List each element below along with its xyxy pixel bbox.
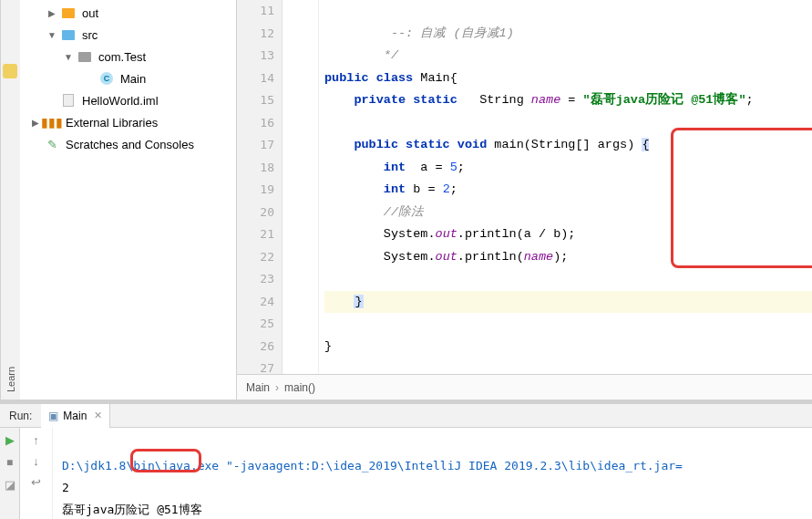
down-icon[interactable]: ↓ [33, 454, 39, 468]
line-number: 18 [237, 157, 274, 180]
tree-label: out [82, 6, 98, 20]
up-icon[interactable]: ↑ [33, 433, 39, 447]
tree-label: com.Test [98, 50, 146, 64]
tree-item-out[interactable]: ▶ out [20, 2, 236, 24]
line-number: 14 [237, 67, 274, 90]
tree-item-src[interactable]: ▼ src [20, 24, 236, 46]
code-text: public class [324, 71, 413, 85]
file-icon [60, 92, 77, 109]
application-icon: ▣ [48, 410, 58, 422]
line-number: 23 [237, 268, 274, 291]
console-output[interactable]: D:\jdk1.8\bin\java.exe "-javaagent:D:\id… [53, 428, 812, 519]
console-line: 磊哥java历险记 @51博客 [62, 503, 202, 516]
code-text: 2 [443, 182, 450, 196]
code-text: System. [384, 250, 436, 264]
line-number: 26 [237, 336, 274, 358]
code-text: String [457, 93, 531, 107]
chevron-right-icon: › [275, 381, 279, 394]
library-icon: ▮▮▮ [44, 114, 60, 130]
code-text: int [384, 161, 406, 174]
code-text: out [436, 250, 457, 264]
line-number: 25 [237, 313, 274, 336]
code-text: main(String[] args) [487, 138, 642, 151]
camera-icon[interactable]: ◪ [5, 478, 15, 492]
cursor: } [354, 295, 363, 308]
code-text: --: 自减 (自身减1) [391, 26, 514, 40]
code-editor[interactable]: --: 自减 (自身减1) */ public class Main{ priv… [319, 0, 812, 374]
package-icon [77, 48, 93, 65]
code-text: public static void [354, 138, 487, 151]
code-text: a = [406, 161, 450, 174]
run-label: Run: [0, 410, 41, 422]
tree-label: HelloWorld.iml [82, 94, 159, 108]
tree-item-iml[interactable]: HelloWorld.iml [20, 89, 236, 111]
rerun-button[interactable]: ▶ [5, 433, 15, 447]
soft-wrap-icon[interactable]: ↩ [31, 475, 41, 489]
code-text: ; [746, 93, 754, 107]
run-toolbar-mid: ↑ ↓ ↩ [20, 428, 53, 519]
learn-icon [3, 64, 17, 78]
code-text: "磊哥java历险记 @51博客" [583, 93, 746, 107]
code-text: ; [457, 161, 465, 174]
stop-button[interactable]: ■ [6, 456, 13, 469]
run-header: Run: ▣ Main ✕ [0, 404, 812, 428]
chevron-down-icon: ▼ [46, 30, 58, 40]
highlight-box [671, 128, 812, 268]
breadcrumbs[interactable]: Main › main() [237, 374, 812, 400]
code-text: name [531, 93, 560, 107]
code-text: .println(a / b); [457, 227, 576, 241]
learn-label: Learn [5, 367, 16, 392]
code-text: } [324, 339, 332, 353]
code-text: = [560, 93, 582, 107]
fold-column[interactable] [303, 0, 319, 374]
code-text: { [642, 138, 649, 151]
code-text: //除法 [384, 205, 424, 219]
line-number: 21 [237, 223, 274, 246]
line-number: 11 [237, 0, 274, 23]
code-text: private static [354, 93, 457, 107]
tree-item-external-libs[interactable]: ▶ ▮▮▮ External Libraries [20, 111, 236, 133]
tree-label: Main [120, 72, 146, 86]
code-text: 5 [450, 161, 457, 174]
editor-panel: 11 12 13▶ 14 15 16▶ 17 18 19 20 21 22 23… [237, 0, 812, 400]
console-line: 2 [62, 481, 69, 494]
gutter[interactable]: 11 12 13▶ 14 15 16▶ 17 18 19 20 21 22 23… [237, 0, 283, 374]
code-text: out [436, 227, 457, 241]
folder-icon [60, 5, 77, 21]
line-number: 24 [237, 291, 274, 314]
run-tab[interactable]: ▣ Main ✕ [41, 404, 110, 428]
tree-item-scratches[interactable]: ✎ Scratches and Consoles [20, 133, 236, 155]
code-text: ; [450, 182, 457, 196]
run-toolbar-left: ▶ ■ ◪ [0, 428, 20, 519]
tree-item-package[interactable]: ▼ com.Test [20, 46, 236, 67]
class-icon: C [98, 70, 115, 87]
code-text: .println( [457, 250, 524, 264]
tree-label: src [82, 28, 98, 42]
tree-item-main-class[interactable]: C Main [20, 67, 236, 89]
chevron-right-icon: ▶ [29, 118, 42, 128]
folder-icon [60, 26, 77, 43]
code-text: name [524, 250, 553, 264]
line-number: 17 [237, 134, 274, 157]
code-text: int [384, 182, 406, 196]
code-text: System. [384, 227, 436, 241]
line-number: 16▶ [237, 112, 274, 135]
code-text: */ [384, 48, 398, 62]
project-tree[interactable]: ▶ out ▼ src ▼ com.Test C Main Hello [20, 0, 237, 400]
code-text: Main{ [413, 71, 457, 85]
breadcrumb-item[interactable]: main() [284, 381, 315, 394]
run-panel: Run: ▣ Main ✕ ▶ ■ ◪ ↑ ↓ ↩ D:\jdk1.8\bin\… [0, 403, 812, 519]
chevron-down-icon: ▼ [62, 52, 75, 62]
run-tab-label: Main [63, 410, 87, 422]
line-number: 22 [237, 246, 274, 269]
line-number: 15 [237, 89, 274, 112]
scratches-icon: ✎ [44, 136, 60, 152]
breadcrumb-item[interactable]: Main [246, 381, 270, 394]
line-number: 13▶ [237, 45, 274, 67]
code-text: ); [553, 250, 568, 264]
chevron-right-icon: ▶ [46, 8, 58, 18]
line-number: 19 [237, 179, 274, 202]
close-icon[interactable]: ✕ [94, 410, 102, 421]
line-number: 12 [237, 23, 274, 46]
learn-sidebar-tab[interactable]: Learn [0, 0, 20, 400]
